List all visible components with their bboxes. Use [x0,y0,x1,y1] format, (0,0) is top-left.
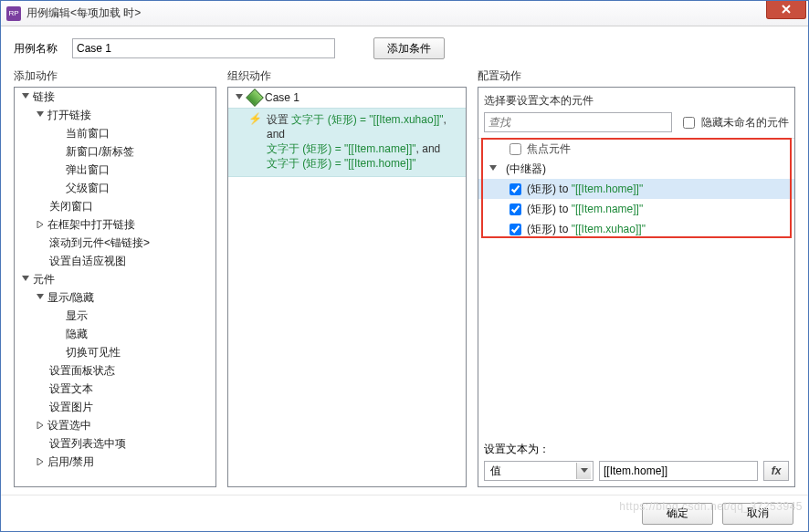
repeater-row[interactable]: (中继器) [478,159,794,179]
case-node[interactable]: Case 1 [228,88,466,108]
titlebar: RP 用例编辑<每项加载 时> [1,1,808,26]
hide-unnamed-checkbox[interactable] [683,117,695,129]
right-header: 配置动作 [478,68,795,87]
svg-marker-5 [37,422,43,429]
select-widgets-label: 选择要设置文本的元件 [478,88,794,112]
case-icon [248,91,261,104]
window-title: 用例编辑<每项加载 时> [26,5,766,21]
combo-value: 值 [490,464,501,479]
add-condition-button[interactable]: 添加条件 [373,37,445,59]
actions-tree-panel[interactable]: 链接 打开链接 当前窗口 新窗口/新标签 弹出窗口 父级窗口 [14,87,216,487]
tree-close-window[interactable]: 关闭窗口 [15,197,215,215]
action-item[interactable]: ⚡ 设置 文字于 (矩形) = "[[Item.xuhao]]", and 文字… [228,108,466,177]
ok-button[interactable]: 确定 [642,503,713,525]
chevron-down-icon [576,463,591,479]
close-button[interactable] [766,1,806,19]
widget-row-home[interactable]: (矩形) to "[[Item.home]]" [478,179,794,199]
tree-toggle-vis[interactable]: 切换可见性 [15,343,215,361]
config-panel: 选择要设置文本的元件 隐藏未命名的元件 焦点元件 (中继器) [478,87,795,487]
tree-adaptive-view[interactable]: 设置自适应视图 [15,252,215,270]
widget-row-xuhao[interactable]: (矩形) to "[[Item.xuhao]]" [478,219,794,239]
dialog-footer: 确定 取消 [1,495,808,531]
svg-marker-9 [581,468,588,473]
tree-current-window[interactable]: 当前窗口 [15,124,215,142]
svg-marker-8 [489,165,497,171]
tree-open-in-frame[interactable]: 在框架中打开链接 [15,215,215,234]
left-header: 添加动作 [14,68,216,87]
svg-marker-0 [22,93,29,99]
widget-checkbox[interactable] [510,224,521,235]
case-panel[interactable]: Case 1 ⚡ 设置 文字于 (矩形) = "[[Item.xuhao]]",… [227,87,467,487]
close-icon [782,5,791,14]
action-text: 设置 文字于 (矩形) = "[[Item.xuhao]]", and 文字于 … [267,112,460,171]
mid-header: 组织动作 [227,68,467,87]
case-label: Case 1 [265,91,299,104]
app-icon: RP [6,6,21,21]
tree-set-list-sel[interactable]: 设置列表选中项 [15,434,215,453]
tree-parent-window[interactable]: 父级窗口 [15,179,215,197]
tree-enable-disable[interactable]: 启用/禁用 [15,453,215,471]
case-name-label: 用例名称 [14,41,65,57]
value-input[interactable] [599,461,758,481]
tree-new-window[interactable]: 新窗口/新标签 [15,142,215,161]
tree-group-link[interactable]: 链接 [15,88,215,106]
fx-button[interactable]: fx [763,461,789,481]
tree-group-widget[interactable]: 元件 [15,270,215,288]
tree-hide[interactable]: 隐藏 [15,325,215,343]
widget-row-name[interactable]: (矩形) to "[[Item.name]]" [478,199,794,219]
svg-marker-6 [37,458,43,465]
tree-scroll-anchor[interactable]: 滚动到元件<锚链接> [15,234,215,252]
tree-set-image[interactable]: 设置图片 [15,398,215,416]
tree-open-link[interactable]: 打开链接 [15,106,215,124]
focus-component-row[interactable]: 焦点元件 [478,139,794,159]
svg-marker-1 [37,111,44,117]
tree-set-panel[interactable]: 设置面板状态 [15,361,215,380]
value-type-combo[interactable]: 值 [484,461,594,481]
case-name-input[interactable] [72,38,335,58]
svg-marker-4 [37,294,44,299]
tree-show[interactable]: 显示 [15,307,215,325]
set-text-label: 设置文本为： [484,442,789,457]
bolt-icon: ⚡ [248,112,261,125]
tree-set-selected[interactable]: 设置选中 [15,416,215,434]
svg-marker-3 [22,276,29,281]
tree-popup[interactable]: 弹出窗口 [15,161,215,179]
focus-checkbox[interactable] [510,143,521,155]
tree-show-hide[interactable]: 显示/隐藏 [15,288,215,307]
cancel-button[interactable]: 取消 [722,503,793,525]
widget-checkbox[interactable] [510,203,521,215]
search-input[interactable] [484,112,672,132]
hide-unnamed-toggle[interactable]: 隐藏未命名的元件 [679,114,789,131]
tree-set-text[interactable]: 设置文本 [15,380,215,398]
widget-checkbox[interactable] [510,183,521,195]
svg-marker-2 [37,221,43,228]
svg-marker-7 [236,94,243,99]
